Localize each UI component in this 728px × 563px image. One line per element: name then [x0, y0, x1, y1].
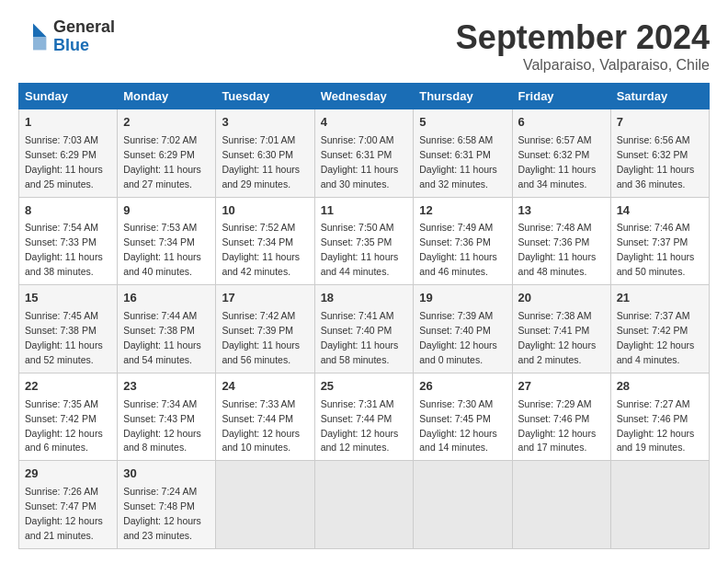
day-info: Sunrise: 7:03 AMSunset: 6:29 PMDaylight:…: [25, 134, 103, 190]
day-number: 20: [518, 290, 605, 307]
calendar-cell: 17Sunrise: 7:42 AMSunset: 7:39 PMDayligh…: [216, 285, 314, 373]
weekday-header: Monday: [118, 84, 216, 109]
calendar: SundayMondayTuesdayWednesdayThursdayFrid…: [18, 83, 710, 549]
day-info: Sunrise: 7:50 AMSunset: 7:35 PMDaylight:…: [321, 222, 399, 277]
day-number: 30: [123, 465, 210, 483]
day-info: Sunrise: 7:27 AMSunset: 7:46 PMDaylight:…: [617, 398, 695, 454]
weekday-header: Sunday: [19, 84, 118, 109]
calendar-week-row: 1Sunrise: 7:03 AMSunset: 6:29 PMDaylight…: [19, 109, 710, 198]
day-info: Sunrise: 6:58 AMSunset: 6:31 PMDaylight:…: [419, 134, 497, 190]
day-info: Sunrise: 7:37 AMSunset: 7:42 PMDaylight:…: [617, 310, 695, 365]
logo-icon: [18, 22, 48, 52]
calendar-cell: 1Sunrise: 7:03 AMSunset: 6:29 PMDaylight…: [19, 109, 118, 198]
day-info: Sunrise: 7:24 AMSunset: 7:48 PMDaylight:…: [123, 486, 201, 541]
calendar-cell: 23Sunrise: 7:34 AMSunset: 7:43 PMDayligh…: [118, 373, 216, 461]
day-info: Sunrise: 7:44 AMSunset: 7:38 PMDaylight:…: [123, 310, 201, 365]
weekday-header: Wednesday: [314, 84, 414, 109]
day-info: Sunrise: 7:48 AMSunset: 7:36 PMDaylight:…: [518, 222, 597, 277]
day-number: 3: [222, 114, 308, 132]
calendar-cell: 24Sunrise: 7:33 AMSunset: 7:44 PMDayligh…: [216, 373, 314, 461]
calendar-cell: 25Sunrise: 7:31 AMSunset: 7:44 PMDayligh…: [314, 373, 414, 461]
calendar-cell: 15Sunrise: 7:45 AMSunset: 7:38 PMDayligh…: [19, 285, 118, 373]
calendar-cell: 9Sunrise: 7:53 AMSunset: 7:34 PMDaylight…: [118, 197, 216, 285]
page-header: General Blue September 2024 Valparaiso, …: [18, 18, 710, 74]
day-number: 23: [123, 378, 210, 396]
day-number: 5: [419, 114, 506, 132]
svg-marker-1: [33, 37, 46, 50]
logo-text: General Blue: [53, 18, 115, 55]
day-info: Sunrise: 7:30 AMSunset: 7:45 PMDaylight:…: [419, 398, 497, 454]
calendar-week-row: 22Sunrise: 7:35 AMSunset: 7:42 PMDayligh…: [19, 373, 710, 461]
day-number: 11: [321, 202, 408, 220]
day-info: Sunrise: 6:57 AMSunset: 6:32 PMDaylight:…: [518, 134, 597, 190]
day-number: 28: [617, 378, 703, 396]
calendar-cell: 4Sunrise: 7:00 AMSunset: 6:31 PMDaylight…: [314, 109, 414, 198]
day-number: 9: [123, 202, 210, 220]
month-title: September 2024: [456, 18, 710, 57]
calendar-cell: 7Sunrise: 6:56 AMSunset: 6:32 PMDaylight…: [610, 109, 709, 198]
calendar-cell: [610, 461, 709, 549]
calendar-cell: 19Sunrise: 7:39 AMSunset: 7:40 PMDayligh…: [414, 285, 512, 373]
calendar-cell: 3Sunrise: 7:01 AMSunset: 6:30 PMDaylight…: [216, 109, 314, 198]
calendar-cell: 5Sunrise: 6:58 AMSunset: 6:31 PMDaylight…: [414, 109, 512, 198]
logo-general: General: [53, 18, 115, 37]
day-info: Sunrise: 7:29 AMSunset: 7:46 PMDaylight:…: [518, 398, 597, 454]
day-number: 22: [25, 378, 111, 396]
day-info: Sunrise: 7:39 AMSunset: 7:40 PMDaylight:…: [419, 310, 497, 365]
day-number: 19: [419, 290, 506, 307]
calendar-cell: 12Sunrise: 7:49 AMSunset: 7:36 PMDayligh…: [414, 197, 512, 285]
day-info: Sunrise: 7:35 AMSunset: 7:42 PMDaylight:…: [25, 398, 103, 454]
day-info: Sunrise: 7:52 AMSunset: 7:34 PMDaylight:…: [222, 222, 300, 277]
calendar-week-row: 29Sunrise: 7:26 AMSunset: 7:47 PMDayligh…: [19, 461, 710, 549]
calendar-cell: [314, 461, 414, 549]
calendar-cell: 30Sunrise: 7:24 AMSunset: 7:48 PMDayligh…: [118, 461, 216, 549]
day-info: Sunrise: 7:31 AMSunset: 7:44 PMDaylight:…: [321, 398, 399, 454]
day-number: 27: [518, 378, 605, 396]
calendar-cell: [414, 461, 512, 549]
day-info: Sunrise: 6:56 AMSunset: 6:32 PMDaylight:…: [617, 134, 695, 190]
day-number: 4: [321, 114, 408, 132]
day-number: 7: [617, 114, 703, 132]
day-number: 12: [419, 202, 506, 220]
day-info: Sunrise: 7:54 AMSunset: 7:33 PMDaylight:…: [25, 222, 103, 277]
weekday-header: Friday: [512, 84, 610, 109]
day-info: Sunrise: 7:33 AMSunset: 7:44 PMDaylight:…: [222, 398, 300, 454]
calendar-cell: 2Sunrise: 7:02 AMSunset: 6:29 PMDaylight…: [118, 109, 216, 198]
day-number: 14: [617, 202, 703, 220]
day-number: 6: [518, 114, 605, 132]
weekday-header: Tuesday: [216, 84, 314, 109]
calendar-cell: 26Sunrise: 7:30 AMSunset: 7:45 PMDayligh…: [414, 373, 512, 461]
day-number: 10: [222, 202, 308, 220]
day-number: 25: [321, 378, 408, 396]
calendar-cell: 29Sunrise: 7:26 AMSunset: 7:47 PMDayligh…: [19, 461, 118, 549]
day-number: 24: [222, 378, 308, 396]
calendar-header-row: SundayMondayTuesdayWednesdayThursdayFrid…: [19, 84, 710, 109]
calendar-cell: 13Sunrise: 7:48 AMSunset: 7:36 PMDayligh…: [512, 197, 610, 285]
weekday-header: Saturday: [610, 84, 709, 109]
calendar-cell: 21Sunrise: 7:37 AMSunset: 7:42 PMDayligh…: [610, 285, 709, 373]
weekday-header: Thursday: [414, 84, 512, 109]
day-info: Sunrise: 7:41 AMSunset: 7:40 PMDaylight:…: [321, 310, 399, 365]
day-info: Sunrise: 7:02 AMSunset: 6:29 PMDaylight:…: [123, 134, 201, 190]
day-number: 29: [25, 465, 111, 483]
day-number: 17: [222, 290, 308, 307]
day-info: Sunrise: 7:01 AMSunset: 6:30 PMDaylight:…: [222, 134, 300, 190]
calendar-cell: 22Sunrise: 7:35 AMSunset: 7:42 PMDayligh…: [19, 373, 118, 461]
logo-blue: Blue: [53, 37, 115, 55]
calendar-cell: 6Sunrise: 6:57 AMSunset: 6:32 PMDaylight…: [512, 109, 610, 198]
day-number: 15: [25, 290, 111, 307]
calendar-cell: 10Sunrise: 7:52 AMSunset: 7:34 PMDayligh…: [216, 197, 314, 285]
calendar-cell: [216, 461, 314, 549]
calendar-cell: 8Sunrise: 7:54 AMSunset: 7:33 PMDaylight…: [19, 197, 118, 285]
svg-marker-0: [33, 23, 46, 36]
day-number: 8: [25, 202, 111, 220]
calendar-cell: 20Sunrise: 7:38 AMSunset: 7:41 PMDayligh…: [512, 285, 610, 373]
day-info: Sunrise: 7:26 AMSunset: 7:47 PMDaylight:…: [25, 486, 103, 541]
calendar-cell: 28Sunrise: 7:27 AMSunset: 7:46 PMDayligh…: [610, 373, 709, 461]
day-info: Sunrise: 7:00 AMSunset: 6:31 PMDaylight:…: [321, 134, 399, 190]
day-info: Sunrise: 7:34 AMSunset: 7:43 PMDaylight:…: [123, 398, 201, 454]
day-info: Sunrise: 7:53 AMSunset: 7:34 PMDaylight:…: [123, 222, 201, 277]
day-info: Sunrise: 7:46 AMSunset: 7:37 PMDaylight:…: [617, 222, 695, 277]
logo: General Blue: [18, 18, 115, 55]
day-info: Sunrise: 7:49 AMSunset: 7:36 PMDaylight:…: [419, 222, 497, 277]
